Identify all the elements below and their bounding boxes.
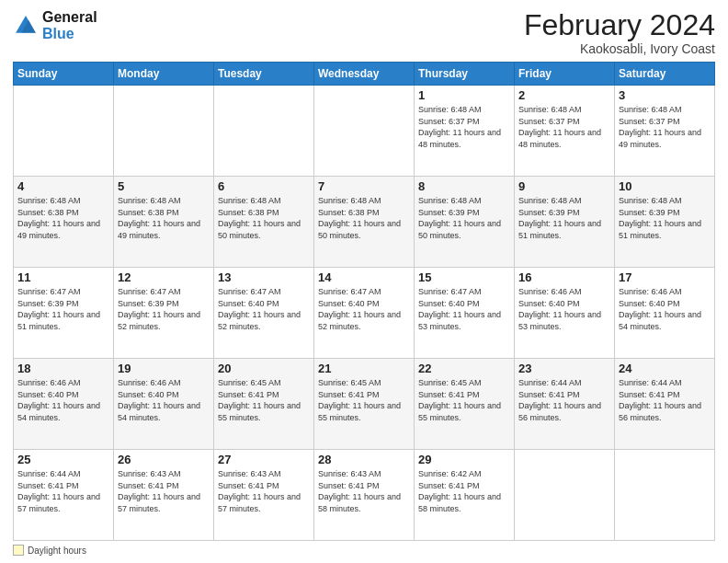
day-info: Sunrise: 6:48 AMSunset: 6:38 PMDaylight:…	[218, 195, 310, 241]
day-info: Sunrise: 6:46 AMSunset: 6:40 PMDaylight:…	[619, 286, 711, 332]
calendar-cell: 23Sunrise: 6:44 AMSunset: 6:41 PMDayligh…	[515, 359, 615, 450]
calendar-cell	[615, 450, 715, 541]
day-info: Sunrise: 6:48 AMSunset: 6:37 PMDaylight:…	[619, 104, 711, 150]
week-row-4: 18Sunrise: 6:46 AMSunset: 6:40 PMDayligh…	[14, 359, 715, 450]
day-number: 6	[218, 179, 310, 193]
calendar-cell	[314, 86, 415, 177]
logo-icon	[13, 13, 39, 39]
calendar-cell	[515, 450, 615, 541]
calendar-cell: 15Sunrise: 6:47 AMSunset: 6:40 PMDayligh…	[415, 268, 515, 359]
day-number: 21	[318, 362, 410, 375]
weekday-header-monday: Monday	[114, 63, 214, 86]
weekday-header-saturday: Saturday	[615, 63, 715, 86]
calendar-cell: 24Sunrise: 6:44 AMSunset: 6:41 PMDayligh…	[615, 359, 715, 450]
calendar-cell: 28Sunrise: 6:43 AMSunset: 6:41 PMDayligh…	[314, 450, 415, 541]
calendar-cell: 2Sunrise: 6:48 AMSunset: 6:37 PMDaylight…	[515, 86, 615, 177]
calendar-cell: 6Sunrise: 6:48 AMSunset: 6:38 PMDaylight…	[214, 177, 314, 268]
day-number: 24	[619, 362, 711, 375]
location: Kaokosabli, Ivory Coast	[524, 41, 715, 56]
day-number: 11	[17, 270, 109, 284]
day-number: 19	[118, 362, 210, 375]
calendar-cell: 22Sunrise: 6:45 AMSunset: 6:41 PMDayligh…	[415, 359, 515, 450]
weekday-header-thursday: Thursday	[415, 63, 515, 86]
calendar-cell: 21Sunrise: 6:45 AMSunset: 6:41 PMDayligh…	[314, 359, 415, 450]
week-row-2: 4Sunrise: 6:48 AMSunset: 6:38 PMDaylight…	[14, 177, 715, 268]
day-info: Sunrise: 6:48 AMSunset: 6:39 PMDaylight:…	[619, 195, 711, 241]
day-info: Sunrise: 6:47 AMSunset: 6:40 PMDaylight:…	[218, 286, 310, 332]
logo: General Blue	[13, 9, 97, 41]
weekday-header-tuesday: Tuesday	[214, 63, 314, 86]
calendar-cell	[14, 86, 114, 177]
day-info: Sunrise: 6:45 AMSunset: 6:41 PMDaylight:…	[418, 377, 510, 423]
month-title: February 2024	[524, 9, 715, 41]
weekday-header-row: SundayMondayTuesdayWednesdayThursdayFrid…	[14, 63, 715, 86]
day-number: 26	[118, 453, 210, 466]
day-number: 17	[619, 270, 711, 284]
calendar-cell: 27Sunrise: 6:43 AMSunset: 6:41 PMDayligh…	[214, 450, 314, 541]
calendar: SundayMondayTuesdayWednesdayThursdayFrid…	[13, 62, 715, 541]
calendar-cell: 14Sunrise: 6:47 AMSunset: 6:40 PMDayligh…	[314, 268, 415, 359]
calendar-cell: 16Sunrise: 6:46 AMSunset: 6:40 PMDayligh…	[515, 268, 615, 359]
calendar-cell: 10Sunrise: 6:48 AMSunset: 6:39 PMDayligh…	[615, 177, 715, 268]
day-number: 2	[518, 88, 610, 102]
day-number: 3	[619, 88, 711, 102]
calendar-cell: 18Sunrise: 6:46 AMSunset: 6:40 PMDayligh…	[14, 359, 114, 450]
calendar-cell	[214, 86, 314, 177]
day-info: Sunrise: 6:48 AMSunset: 6:38 PMDaylight:…	[318, 195, 410, 241]
week-row-5: 25Sunrise: 6:44 AMSunset: 6:41 PMDayligh…	[14, 450, 715, 541]
day-number: 8	[418, 179, 510, 193]
day-number: 13	[218, 270, 310, 284]
day-info: Sunrise: 6:48 AMSunset: 6:39 PMDaylight:…	[418, 195, 510, 241]
day-info: Sunrise: 6:44 AMSunset: 6:41 PMDaylight:…	[518, 377, 610, 423]
day-number: 12	[118, 270, 210, 284]
day-number: 16	[518, 270, 610, 284]
day-info: Sunrise: 6:45 AMSunset: 6:41 PMDaylight:…	[318, 377, 410, 423]
day-info: Sunrise: 6:43 AMSunset: 6:41 PMDaylight:…	[218, 468, 310, 514]
legend-daylight: Daylight hours	[13, 545, 86, 556]
day-number: 25	[17, 453, 109, 466]
legend-label: Daylight hours	[28, 546, 86, 556]
day-number: 10	[619, 179, 711, 193]
day-info: Sunrise: 6:44 AMSunset: 6:41 PMDaylight:…	[619, 377, 711, 423]
day-info: Sunrise: 6:45 AMSunset: 6:41 PMDaylight:…	[218, 377, 310, 423]
day-info: Sunrise: 6:48 AMSunset: 6:39 PMDaylight:…	[518, 195, 610, 241]
legend-box	[13, 545, 24, 556]
calendar-cell: 12Sunrise: 6:47 AMSunset: 6:39 PMDayligh…	[114, 268, 214, 359]
day-number: 14	[318, 270, 410, 284]
day-info: Sunrise: 6:46 AMSunset: 6:40 PMDaylight:…	[518, 286, 610, 332]
header: General Blue February 2024 Kaokosabli, I…	[13, 9, 715, 56]
calendar-cell: 19Sunrise: 6:46 AMSunset: 6:40 PMDayligh…	[114, 359, 214, 450]
calendar-cell: 1Sunrise: 6:48 AMSunset: 6:37 PMDaylight…	[415, 86, 515, 177]
calendar-cell: 20Sunrise: 6:45 AMSunset: 6:41 PMDayligh…	[214, 359, 314, 450]
title-area: February 2024 Kaokosabli, Ivory Coast	[524, 9, 715, 56]
day-info: Sunrise: 6:47 AMSunset: 6:39 PMDaylight:…	[17, 286, 109, 332]
day-number: 23	[518, 362, 610, 375]
calendar-cell: 25Sunrise: 6:44 AMSunset: 6:41 PMDayligh…	[14, 450, 114, 541]
calendar-cell: 8Sunrise: 6:48 AMSunset: 6:39 PMDaylight…	[415, 177, 515, 268]
day-number: 9	[518, 179, 610, 193]
day-info: Sunrise: 6:48 AMSunset: 6:37 PMDaylight:…	[418, 104, 510, 150]
day-number: 20	[218, 362, 310, 375]
week-row-3: 11Sunrise: 6:47 AMSunset: 6:39 PMDayligh…	[14, 268, 715, 359]
logo-text: General Blue	[42, 9, 97, 41]
weekday-header-wednesday: Wednesday	[314, 63, 415, 86]
day-number: 4	[17, 179, 109, 193]
calendar-cell: 29Sunrise: 6:42 AMSunset: 6:41 PMDayligh…	[415, 450, 515, 541]
day-info: Sunrise: 6:48 AMSunset: 6:38 PMDaylight:…	[118, 195, 210, 241]
calendar-cell: 7Sunrise: 6:48 AMSunset: 6:38 PMDaylight…	[314, 177, 415, 268]
calendar-cell: 11Sunrise: 6:47 AMSunset: 6:39 PMDayligh…	[14, 268, 114, 359]
day-info: Sunrise: 6:47 AMSunset: 6:40 PMDaylight:…	[418, 286, 510, 332]
calendar-cell: 9Sunrise: 6:48 AMSunset: 6:39 PMDaylight…	[515, 177, 615, 268]
weekday-header-sunday: Sunday	[14, 63, 114, 86]
day-number: 18	[17, 362, 109, 375]
calendar-cell: 13Sunrise: 6:47 AMSunset: 6:40 PMDayligh…	[214, 268, 314, 359]
day-number: 28	[318, 453, 410, 466]
day-number: 27	[218, 453, 310, 466]
day-info: Sunrise: 6:43 AMSunset: 6:41 PMDaylight:…	[118, 468, 210, 514]
weekday-header-friday: Friday	[515, 63, 615, 86]
day-number: 5	[118, 179, 210, 193]
day-info: Sunrise: 6:42 AMSunset: 6:41 PMDaylight:…	[418, 468, 510, 514]
calendar-cell: 17Sunrise: 6:46 AMSunset: 6:40 PMDayligh…	[615, 268, 715, 359]
calendar-cell: 4Sunrise: 6:48 AMSunset: 6:38 PMDaylight…	[14, 177, 114, 268]
day-number: 22	[418, 362, 510, 375]
